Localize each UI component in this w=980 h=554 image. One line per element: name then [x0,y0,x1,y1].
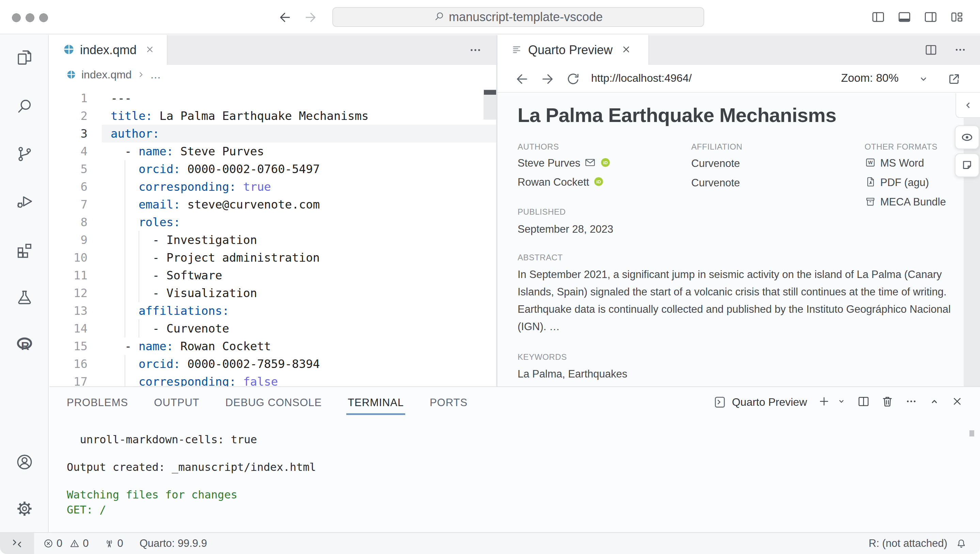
tab-index-qmd[interactable]: index.qmd [49,35,167,65]
format-msword[interactable]: W MS Word [865,157,924,170]
activity-bar: R [0,35,49,532]
code-line-8[interactable]: 8 roles: [49,213,497,231]
code-line-12[interactable]: 12 - Visualization [49,284,497,302]
published-label: PUBLISHED [518,207,566,217]
quarto-version[interactable]: Quarto: 99.9.9 [140,537,207,549]
code-line-7[interactable]: 7 email: steve@curvenote.com [49,196,497,213]
email-icon[interactable] [584,157,596,170]
toggle-panel-icon[interactable] [897,10,912,26]
settings-gear-icon[interactable] [15,500,34,518]
code-line-1[interactable]: 1--- [49,89,497,107]
editor-scrollbar-thumb[interactable] [484,90,496,95]
problems-status[interactable]: 0 0 [43,537,89,549]
code-line-6[interactable]: 6 corresponding: true [49,178,497,196]
panel-tab-debug-console[interactable]: DEBUG CONSOLE [226,397,322,415]
code-line-14[interactable]: 14 - Curvenote [49,319,497,337]
tab-close-icon[interactable] [145,44,155,56]
history-back-button[interactable] [277,10,293,25]
open-external-icon[interactable] [946,71,962,88]
editor-more-actions-icon[interactable] [468,43,483,59]
source-control-icon[interactable] [15,145,34,163]
code-line-2[interactable]: 2title: La Palma Earthquake Mechanisms [49,107,497,125]
command-center-search[interactable]: manuscript-template-vscode [332,7,704,27]
preview-forward-icon[interactable] [540,71,555,88]
breadcrumb-file[interactable]: index.qmd [81,69,132,81]
split-editor-icon[interactable] [924,43,938,58]
breadcrumb[interactable]: index.qmd … [49,65,496,84]
kill-terminal-icon[interactable] [881,394,894,410]
terminal-scrollbar-thumb[interactable] [969,430,974,436]
split-terminal-icon[interactable] [857,394,870,410]
remote-indicator[interactable] [0,533,34,554]
breadcrumb-symbol[interactable]: … [150,69,161,81]
terminal-line: Watching files for changes [67,488,237,502]
line-number: 15 [49,337,88,355]
explorer-icon[interactable] [15,49,34,67]
indent-guide [138,284,139,302]
code-line-16[interactable]: 16 orcid: 0000-0002-7859-8394 [49,355,497,373]
code-line-17[interactable]: 17 corresponding: false [49,373,497,386]
tab-quarto-preview[interactable]: Quarto Preview [498,35,649,65]
reading-mode-button[interactable] [955,125,979,149]
format-meca[interactable]: MECA Bundle [865,196,946,209]
panel-more-actions-icon[interactable] [904,394,918,410]
panel-tab-ports[interactable]: PORTS [430,397,468,415]
extensions-icon[interactable] [15,241,34,259]
run-debug-icon[interactable] [15,192,34,211]
orcid-icon[interactable]: iD [600,157,611,169]
panel-tab-output[interactable]: OUTPUT [154,397,199,415]
tab-close-icon[interactable] [621,44,632,56]
testing-icon[interactable] [15,288,34,307]
code-line-15[interactable]: 15 - name: Rowan Cockett [49,337,497,355]
note-icon [961,159,974,172]
traffic-light-close[interactable] [12,13,21,22]
r-extension-icon[interactable]: R [15,335,34,353]
code-line-13[interactable]: 13 affiliations: [49,302,497,319]
account-icon[interactable] [15,453,34,471]
layout-controls [871,10,964,26]
code-line-10[interactable]: 10 - Project administration [49,249,497,267]
error-count: 0 [57,537,62,549]
maximize-panel-icon[interactable] [928,395,940,409]
terminal-output[interactable]: unroll-markdown-cells: trueOutput create… [67,433,952,528]
affiliation-value: Curvenote [691,157,740,170]
code-line-9[interactable]: 9 - Investigation [49,231,497,249]
terminal-chip-label: Quarto Preview [732,396,807,409]
preview-back-icon[interactable] [514,71,530,88]
panel-tab-terminal[interactable]: TERMINAL [348,397,404,415]
search-view-icon[interactable] [15,97,34,115]
format-pdf[interactable]: PDF (agu) [865,176,929,189]
traffic-light-minimize[interactable] [25,13,34,22]
code-editor[interactable]: 1---2title: La Palma Earthquake Mechanis… [49,89,497,386]
toggle-secondary-sidebar-icon[interactable] [923,10,938,26]
radio-tower-icon [104,538,115,549]
panel-tab-problems[interactable]: PROBLEMS [67,397,128,415]
terminal-chip[interactable]: Quarto Preview [713,395,807,409]
code-line-3[interactable]: 3author: [49,125,497,142]
quarto-file-icon [66,69,76,80]
preview-more-actions-icon[interactable] [953,43,967,58]
code-line-5[interactable]: 5 orcid: 0000-0002-0760-5497 [49,160,497,178]
code-line-4[interactable]: 4 - name: Steve Purves [49,142,497,160]
close-panel-icon[interactable] [951,395,964,409]
customize-layout-icon[interactable] [949,10,964,26]
terminal-dropdown-icon[interactable] [836,396,846,408]
new-terminal-icon[interactable] [817,394,831,410]
line-text: corresponding: true [111,178,497,196]
preview-url[interactable]: http://localhost:4964/ [591,72,692,85]
r-status[interactable]: R: (not attached) [869,537,947,549]
orcid-icon[interactable]: iD [593,176,604,188]
ports-status[interactable]: 0 [104,537,123,549]
code-line-11[interactable]: 11 - Software [49,267,497,284]
toggle-sidebar-icon[interactable] [871,10,886,26]
notifications-bell[interactable] [952,538,970,549]
collapse-rail[interactable] [956,93,980,118]
author-row: Steve Purves iD [518,157,611,170]
chevron-down-icon[interactable] [917,73,930,87]
notes-button[interactable] [955,153,979,177]
preview-refresh-icon[interactable] [565,71,581,88]
history-forward-button[interactable] [303,10,318,25]
preview-document: La Palma Earthquake Mechanisms AUTHORS A… [498,93,980,386]
preview-zoom-level[interactable]: Zoom: 80% [841,72,899,85]
traffic-light-zoom[interactable] [39,13,48,22]
